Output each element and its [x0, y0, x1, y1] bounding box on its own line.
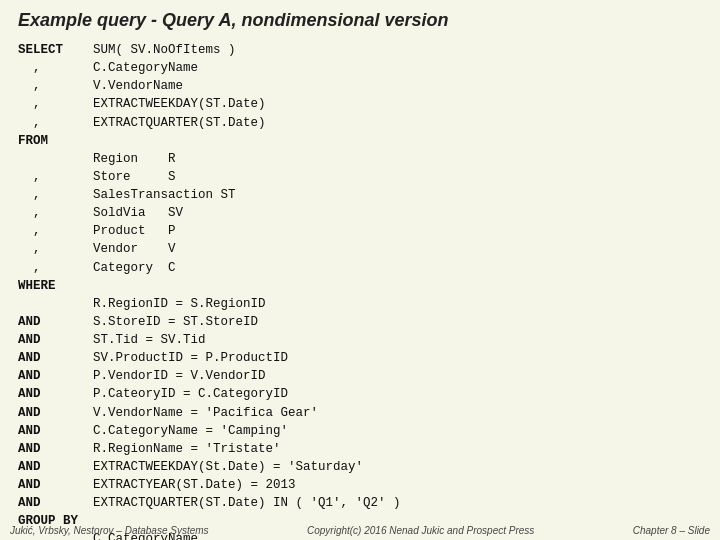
footer-right: Chapter 8 – Slide: [633, 525, 710, 536]
sql-code: SELECT SUM( SV.NoOfItems ) , C.CategoryN…: [18, 41, 702, 540]
footer: Jukić, Vrbsky, Nestorov – Database Syste…: [0, 525, 720, 536]
code-block: SELECT SUM( SV.NoOfItems ) , C.CategoryN…: [18, 41, 702, 540]
footer-center: Copyright(c) 2016 Nenad Jukic and Prospe…: [307, 525, 534, 536]
page-title: Example query - Query A, nondimensional …: [18, 10, 702, 31]
page-container: Example query - Query A, nondimensional …: [0, 0, 720, 540]
footer-left: Jukić, Vrbsky, Nestorov – Database Syste…: [10, 525, 209, 536]
